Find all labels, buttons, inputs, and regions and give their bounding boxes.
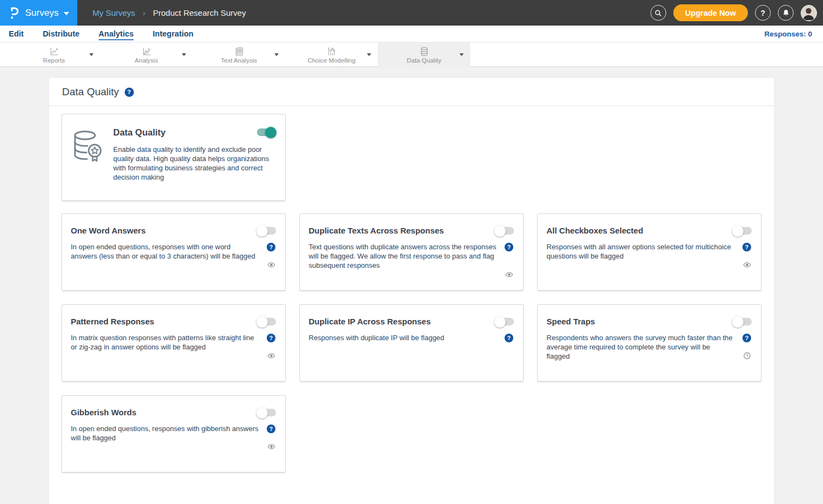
database-icon — [419, 46, 430, 57]
tab-analysis[interactable]: Analysis — [100, 42, 193, 67]
card-duplicate-ip: Duplicate IP Across Responses Responses … — [299, 304, 524, 382]
tab-label: Data Quality — [407, 57, 441, 64]
help-icon[interactable]: ? — [742, 243, 751, 251]
card-gibberish-words: Gibberish Words In open ended questions,… — [62, 395, 286, 472]
card-description: In matrix question responses with patter… — [71, 333, 259, 360]
card-icons: ? — [266, 242, 276, 269]
duplicate-ip-toggle[interactable] — [495, 318, 514, 325]
toggle-knob — [265, 127, 277, 138]
tab-dropdown-chevron-icon[interactable] — [182, 53, 186, 56]
data-quality-toggle[interactable] — [257, 128, 275, 136]
tab-label: Choice Modelling — [308, 57, 355, 64]
analytics-tab-strip: Reports Analysis Text Analysis Choice Mo… — [0, 42, 823, 67]
nav-item-distribute[interactable]: Distribute — [41, 28, 81, 40]
card-one-word-answers: One Word Answers In open ended questions… — [62, 213, 286, 291]
eye-icon[interactable] — [267, 261, 275, 269]
tab-label: Reports — [43, 57, 65, 64]
card-description: In open ended questions, responses with … — [71, 242, 259, 269]
database-award-icon — [72, 127, 103, 200]
search-icon — [654, 9, 662, 17]
nav-item-analytics[interactable]: Analytics — [97, 28, 134, 40]
eye-icon[interactable] — [267, 352, 275, 360]
topbar-actions: Upgrade Now ? — [650, 0, 817, 26]
help-icon[interactable]: ? — [267, 334, 275, 342]
help-icon[interactable]: ? — [267, 425, 275, 433]
card-speed-traps: Speed Traps Respondents who answers the … — [537, 304, 761, 382]
card-title: One Word Answers — [71, 226, 146, 235]
toggle-knob — [732, 225, 744, 237]
speed-traps-toggle[interactable] — [733, 318, 752, 325]
toggle-knob — [256, 407, 268, 419]
top-bar: Surveys My Surveys › Product Research Su… — [0, 0, 823, 26]
help-button[interactable]: ? — [755, 5, 771, 21]
duplicate-texts-toggle[interactable] — [495, 227, 514, 235]
breadcrumb-my-surveys[interactable]: My Surveys — [93, 8, 135, 17]
data-quality-panel: Data Quality ? Data Quality — [49, 78, 774, 504]
feature-card-data-quality: Data Quality Enable data quality to iden… — [62, 114, 286, 201]
tab-data-quality[interactable]: Data Quality — [378, 42, 470, 67]
tab-choice-modelling[interactable]: Choice Modelling — [285, 42, 378, 67]
help-icon[interactable]: ? — [505, 334, 513, 342]
eye-icon[interactable] — [505, 271, 513, 279]
card-title: Speed Traps — [546, 317, 595, 326]
tab-dropdown-chevron-icon[interactable] — [89, 53, 94, 56]
tab-dropdown-chevron-icon[interactable] — [367, 53, 371, 56]
all-checkboxes-toggle[interactable] — [733, 227, 752, 235]
chevron-down-icon — [64, 12, 69, 15]
tab-dropdown-chevron-icon[interactable] — [274, 53, 279, 56]
card-description: In open ended questions, responses with … — [71, 424, 259, 451]
toggle-knob — [494, 225, 506, 237]
nav-item-edit[interactable]: Edit — [8, 28, 24, 40]
cards-row-1: One Word Answers In open ended questions… — [62, 213, 761, 291]
card-icons: ? — [504, 242, 514, 279]
page-help-icon[interactable]: ? — [125, 88, 134, 97]
help-icon[interactable]: ? — [742, 334, 751, 342]
eye-icon[interactable] — [267, 442, 275, 451]
tab-label: Analysis — [135, 57, 158, 64]
tab-reports[interactable]: Reports — [8, 42, 100, 67]
help-icon[interactable]: ? — [267, 243, 275, 251]
toggle-knob — [256, 316, 268, 328]
eye-icon[interactable] — [743, 261, 751, 269]
page-title: Data Quality — [62, 86, 119, 98]
dot-plot-icon — [326, 46, 337, 57]
breadcrumb-separator-icon: › — [143, 9, 145, 17]
card-icons: ? — [742, 333, 752, 361]
card-description: Responses with all answer options select… — [546, 242, 734, 269]
card-icons: ? — [742, 242, 752, 269]
tab-text-analysis[interactable]: Text Analysis — [193, 42, 285, 67]
breadcrumb-current-survey: Product Research Survey — [153, 8, 246, 17]
cards-row-2: Patterned Responses In matrix question r… — [62, 304, 761, 382]
card-description: Responses with duplicate IP will be flag… — [309, 333, 496, 342]
card-icons: ? — [266, 333, 276, 360]
search-button[interactable] — [650, 5, 666, 21]
tab-dropdown-chevron-icon[interactable] — [459, 53, 464, 56]
feature-card-title: Data Quality — [113, 127, 165, 138]
breadcrumb: My Surveys › Product Research Survey — [93, 8, 246, 17]
gibberish-words-toggle[interactable] — [257, 409, 276, 416]
card-description: Respondents who answers the survey much … — [546, 333, 734, 361]
document-grid-icon — [234, 46, 245, 57]
notifications-button[interactable] — [778, 5, 794, 21]
card-title: Duplicate Texts Across Responses — [309, 226, 444, 235]
one-word-answers-toggle[interactable] — [257, 227, 276, 235]
toggle-knob — [732, 316, 744, 328]
app-switcher[interactable]: Surveys — [0, 0, 77, 26]
card-description: Text questions with duplicate answers ac… — [309, 242, 496, 279]
card-patterned-responses: Patterned Responses In matrix question r… — [62, 304, 286, 382]
feature-card-content: Data Quality Enable data quality to iden… — [113, 127, 275, 200]
questionpro-logo-icon — [8, 6, 20, 20]
help-icon[interactable]: ? — [505, 243, 513, 251]
question-mark-icon: ? — [760, 9, 765, 17]
user-avatar[interactable] — [801, 5, 817, 21]
panel-body: Data Quality Enable data quality to iden… — [49, 106, 774, 472]
bell-icon — [782, 9, 790, 17]
responses-count: Responses: 0 — [764, 30, 812, 38]
clock-icon[interactable] — [743, 352, 751, 360]
card-title: Gibberish Words — [71, 408, 137, 417]
card-title: All Checkboxes Selected — [546, 226, 643, 235]
app-menu-label: Surveys — [25, 8, 58, 19]
nav-item-integration[interactable]: Integration — [152, 28, 195, 40]
upgrade-now-button[interactable]: Upgrade Now — [673, 4, 748, 21]
patterned-responses-toggle[interactable] — [257, 318, 276, 325]
